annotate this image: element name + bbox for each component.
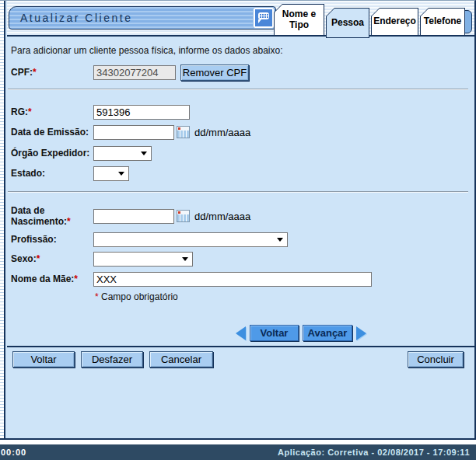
status-bar: 00:00 Aplicação: Corretiva - 02/08/2017 … bbox=[0, 444, 476, 460]
sexo-row: Sexo:* bbox=[11, 251, 193, 267]
back-arrow-icon[interactable] bbox=[236, 326, 246, 340]
wizard-avancar-button[interactable]: Avançar bbox=[303, 325, 352, 341]
voltar-button[interactable]: Voltar bbox=[12, 351, 75, 368]
dropdown-arrow-icon bbox=[182, 257, 188, 261]
chat-bubble-glyph bbox=[258, 12, 269, 19]
required-note: * Campo obrigatório bbox=[95, 291, 178, 302]
nome-mae-input[interactable] bbox=[93, 272, 372, 287]
estado-label: Estado: bbox=[11, 168, 93, 179]
cancelar-button[interactable]: Cancelar bbox=[149, 351, 213, 368]
date-format-hint: dd/mm/aaaa bbox=[194, 127, 250, 138]
calendar-icon[interactable] bbox=[177, 126, 190, 138]
data-nascimento-row: Data de Nascimento:* dd/mm/aaaa bbox=[11, 203, 250, 229]
footer-buttons: Voltar Desfazer Cancelar Concluir bbox=[12, 351, 464, 368]
profissao-select[interactable] bbox=[93, 232, 288, 247]
dropdown-arrow-icon bbox=[141, 152, 147, 155]
cpf-row: CPF:* Remover CPF bbox=[11, 64, 249, 81]
tab-endereco[interactable]: Endereço bbox=[371, 8, 418, 36]
dropdown-arrow-icon bbox=[277, 238, 283, 242]
profissao-label: Profissão: bbox=[11, 234, 93, 245]
nome-mae-label: Nome da Mãe:* bbox=[11, 274, 93, 284]
main-frame: Atualizar Cliente Nome e Tipo Pessoa End… bbox=[0, 0, 476, 440]
tab-pessoa-label[interactable]: Pessoa bbox=[327, 9, 369, 37]
tab-endereco-label[interactable]: Endereço bbox=[372, 9, 418, 35]
calendar-icon[interactable] bbox=[177, 210, 190, 222]
atualizar-cliente-window: Atualizar Cliente Nome e Tipo Pessoa End… bbox=[0, 0, 476, 460]
required-asterisk: * bbox=[74, 274, 78, 284]
wizard-voltar-button[interactable]: Voltar bbox=[250, 325, 299, 341]
orgao-expedidor-label: Órgão Expedidor: bbox=[11, 148, 93, 159]
status-application-info: Aplicação: Corretiva - 02/08/2017 - 17:0… bbox=[278, 448, 470, 457]
remover-cpf-button[interactable]: Remover CPF bbox=[180, 64, 249, 81]
dropdown-arrow-icon bbox=[118, 172, 124, 176]
intro-text: Para adicionar um cliente pessoa física,… bbox=[11, 45, 283, 56]
section-divider bbox=[8, 89, 468, 90]
rg-label: RG:* bbox=[11, 106, 93, 117]
desfazer-button[interactable]: Desfazer bbox=[81, 351, 143, 368]
page-title: Atualizar Cliente bbox=[9, 12, 132, 24]
tab-telefone[interactable]: Telefone bbox=[420, 8, 465, 36]
tab-nome-e-tipo[interactable]: Nome e Tipo bbox=[274, 4, 324, 36]
footer-divider bbox=[7, 346, 474, 347]
title-bar: Atualizar Cliente bbox=[9, 6, 276, 30]
date-format-hint: dd/mm/aaaa bbox=[194, 211, 250, 222]
orgao-expedidor-row: Órgão Expedidor: bbox=[11, 145, 152, 161]
orgao-expedidor-select[interactable] bbox=[93, 146, 152, 161]
tab-nome-e-tipo-label[interactable]: Nome e Tipo bbox=[275, 5, 324, 35]
concluir-button[interactable]: Concluir bbox=[408, 351, 464, 368]
tab-telefone-label[interactable]: Telefone bbox=[421, 9, 464, 35]
estado-row: Estado: bbox=[11, 166, 129, 181]
sexo-label: Sexo:* bbox=[11, 253, 93, 264]
tab-pessoa[interactable]: Pessoa bbox=[326, 8, 369, 38]
cpf-label: CPF:* bbox=[11, 67, 93, 78]
section-divider bbox=[8, 191, 468, 193]
sexo-select[interactable] bbox=[93, 252, 193, 267]
required-asterisk: * bbox=[33, 67, 37, 78]
status-timer: 00:00 bbox=[1, 448, 26, 457]
profissao-row: Profissão: bbox=[11, 232, 288, 247]
data-emissao-input[interactable] bbox=[93, 125, 174, 140]
required-asterisk: * bbox=[67, 216, 71, 227]
rg-input[interactable] bbox=[93, 105, 190, 120]
chat-bubble-tail bbox=[258, 19, 261, 23]
left-edge-decoration bbox=[0, 1, 5, 438]
header: Atualizar Cliente Nome e Tipo Pessoa End… bbox=[7, 1, 474, 37]
rg-row: RG:* bbox=[11, 104, 190, 120]
data-nascimento-input[interactable] bbox=[93, 209, 174, 224]
required-asterisk: * bbox=[28, 106, 32, 117]
estado-select[interactable] bbox=[93, 166, 129, 181]
cpf-input[interactable] bbox=[93, 65, 176, 80]
data-emissao-label: Data de Emissão: bbox=[11, 127, 93, 138]
wizard-nav: Voltar Avançar bbox=[236, 325, 366, 341]
chat-bubble-icon[interactable] bbox=[254, 8, 274, 28]
data-nascimento-label: Data de Nascimento:* bbox=[11, 205, 93, 228]
nome-mae-row: Nome da Mãe:* bbox=[11, 271, 372, 287]
data-emissao-row: Data de Emissão: dd/mm/aaaa bbox=[11, 124, 250, 140]
next-arrow-icon[interactable] bbox=[356, 326, 366, 340]
required-asterisk: * bbox=[37, 253, 40, 264]
